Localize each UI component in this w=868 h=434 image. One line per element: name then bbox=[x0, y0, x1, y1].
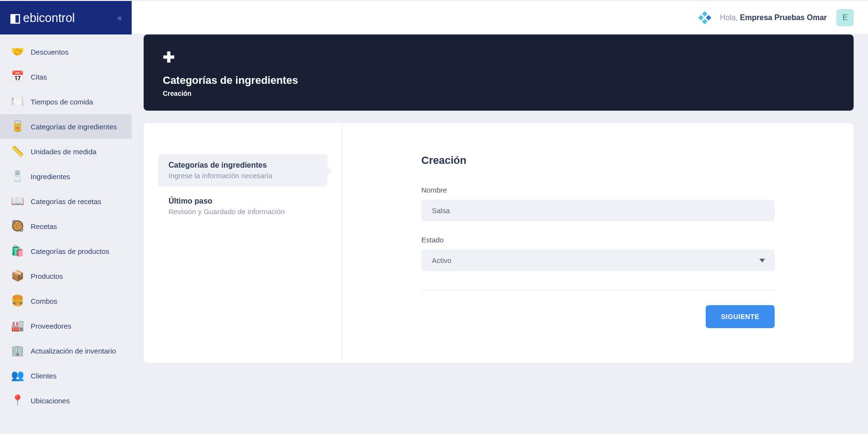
product-icon: 📦 bbox=[11, 269, 24, 283]
step-desc: Revisión y Guardado de información bbox=[169, 207, 317, 216]
recipe-category-icon: 📖 bbox=[11, 194, 24, 208]
apps-launcher-icon[interactable] bbox=[699, 12, 710, 23]
name-input[interactable] bbox=[421, 200, 775, 221]
ingredient-icon: 🧂 bbox=[11, 170, 24, 183]
sidebar-item-categorias-recetas[interactable]: 📖 Categorías de recetas bbox=[0, 189, 132, 214]
page-subtitle: Creación bbox=[163, 90, 834, 97]
form-group-nombre: Nombre bbox=[421, 186, 775, 221]
sidebar-item-label: Proveedores bbox=[31, 322, 71, 330]
topbar: Hola, Empresa Pruebas Omar E bbox=[132, 1, 868, 34]
sidebar-item-recetas[interactable]: 🥘 Recetas bbox=[0, 214, 132, 239]
sidebar-item-label: Ingredientes bbox=[31, 172, 70, 181]
plus-icon: ✚ bbox=[163, 49, 834, 66]
page-header-card: ✚ Categorías de ingredientes Creación bbox=[144, 34, 854, 111]
supplier-icon: 🏭 bbox=[11, 319, 24, 332]
sidebar-item-combos[interactable]: 🍔 Combos bbox=[0, 288, 132, 313]
sidebar-item-descuentos[interactable]: 🤝 Descuentos bbox=[0, 39, 132, 64]
sidebar-item-label: Recetas bbox=[31, 222, 57, 230]
form-panel: Creación Nombre Estado Activo SIGUIENTE bbox=[342, 123, 854, 363]
logo[interactable]: ◧ ebicontrol bbox=[10, 11, 75, 25]
greeting-prefix: Hola, bbox=[720, 13, 740, 22]
step-title: Último paso bbox=[169, 197, 317, 206]
form-actions: SIGUIENTE bbox=[421, 305, 775, 328]
collapse-sidebar-button[interactable]: « bbox=[117, 13, 122, 23]
step-desc: Ingrese la información necesaria bbox=[169, 171, 317, 180]
sidebar-item-label: Productos bbox=[31, 272, 63, 280]
sidebar-item-categorias-productos[interactable]: 🛍️ Categorías de productos bbox=[0, 239, 132, 263]
step-categorias[interactable]: Categorías de ingredientes Ingrese la in… bbox=[158, 154, 327, 186]
discount-icon: 🤝 bbox=[11, 45, 24, 58]
form-title: Creación bbox=[421, 154, 775, 167]
sidebar-header: ◧ ebicontrol « bbox=[0, 1, 132, 34]
sidebar-item-label: Clientes bbox=[31, 372, 56, 380]
inventory-icon: 🏢 bbox=[11, 344, 24, 357]
recipe-icon: 🥘 bbox=[11, 219, 24, 233]
sidebar-item-label: Actualización de inventario bbox=[31, 347, 116, 355]
sidebar-item-label: Categorías de recetas bbox=[31, 197, 101, 206]
sidebar-item-unidades[interactable]: 📏 Unidades de medida bbox=[0, 139, 132, 164]
sidebar-item-categorias-ingredientes[interactable]: 🥫 Categorías de ingredientes bbox=[0, 114, 132, 139]
next-button[interactable]: SIGUIENTE bbox=[706, 305, 775, 328]
sidebar-item-label: Citas bbox=[31, 73, 47, 81]
form-group-estado: Estado Activo bbox=[421, 236, 775, 271]
logo-icon: ◧ bbox=[10, 11, 21, 25]
meal-icon: 🍽️ bbox=[11, 95, 24, 108]
name-label: Nombre bbox=[421, 186, 775, 194]
sidebar-item-label: Tiempos de comida bbox=[31, 98, 93, 106]
ingredient-category-icon: 🥫 bbox=[11, 120, 24, 133]
sidebar-item-tiempos[interactable]: 🍽️ Tiempos de comida bbox=[0, 89, 132, 114]
sidebar: ◧ ebicontrol « 🤝 Descuentos 📅 Citas 🍽️ T… bbox=[0, 1, 132, 434]
sidebar-item-proveedores[interactable]: 🏭 Proveedores bbox=[0, 313, 132, 338]
step-title: Categorías de ingredientes bbox=[169, 161, 317, 170]
sidebar-item-label: Ubicaciones bbox=[31, 397, 70, 405]
sidebar-item-label: Combos bbox=[31, 297, 57, 305]
calendar-icon: 📅 bbox=[11, 70, 24, 83]
combo-icon: 🍔 bbox=[11, 294, 24, 308]
step-ultimo[interactable]: Último paso Revisión y Guardado de infor… bbox=[158, 190, 327, 222]
product-category-icon: 🛍️ bbox=[11, 244, 24, 258]
sidebar-item-productos[interactable]: 📦 Productos bbox=[0, 263, 132, 288]
sidebar-nav: 🤝 Descuentos 📅 Citas 🍽️ Tiempos de comid… bbox=[0, 34, 132, 413]
sidebar-item-ubicaciones[interactable]: 📍 Ubicaciones bbox=[0, 388, 132, 413]
main-content: ✚ Categorías de ingredientes Creación Ca… bbox=[144, 34, 854, 363]
sidebar-item-citas[interactable]: 📅 Citas bbox=[0, 64, 132, 89]
sidebar-item-label: Descuentos bbox=[31, 48, 68, 56]
sidebar-item-clientes[interactable]: 👥 Clientes bbox=[0, 363, 132, 388]
sidebar-item-ingredientes[interactable]: 🧂 Ingredientes bbox=[0, 164, 132, 189]
page-title: Categorías de ingredientes bbox=[163, 74, 834, 87]
user-name: Empresa Pruebas Omar bbox=[740, 13, 827, 22]
content-card: Categorías de ingredientes Ingrese la in… bbox=[144, 123, 854, 363]
sidebar-item-label: Unidades de medida bbox=[31, 148, 97, 156]
avatar[interactable]: E bbox=[836, 9, 854, 26]
logo-text: ebicontrol bbox=[23, 11, 75, 25]
clients-icon: 👥 bbox=[11, 369, 24, 382]
steps-panel: Categorías de ingredientes Ingrese la in… bbox=[144, 123, 342, 363]
location-icon: 📍 bbox=[11, 394, 24, 407]
user-greeting: Hola, Empresa Pruebas Omar bbox=[720, 13, 827, 22]
sidebar-item-inventario[interactable]: 🏢 Actualización de inventario bbox=[0, 338, 132, 363]
measure-icon: 📏 bbox=[11, 145, 24, 158]
status-label: Estado bbox=[421, 236, 775, 244]
status-select[interactable]: Activo bbox=[421, 250, 775, 271]
sidebar-item-label: Categorías de productos bbox=[31, 247, 109, 255]
form-divider bbox=[421, 290, 775, 291]
sidebar-item-label: Categorías de ingredientes bbox=[31, 123, 117, 131]
